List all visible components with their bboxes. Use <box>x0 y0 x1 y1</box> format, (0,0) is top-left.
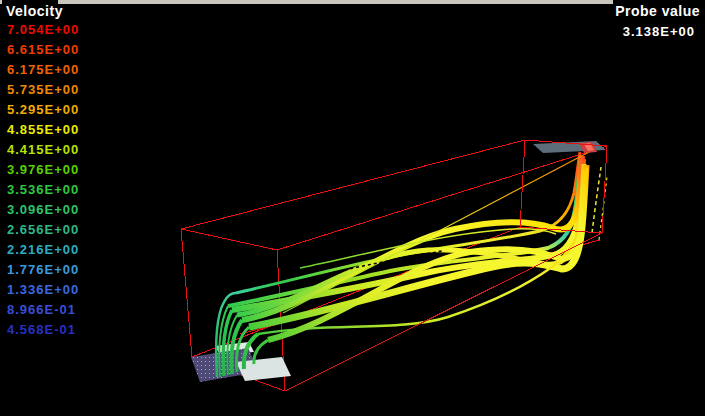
app-window: Velocity Probe value 3.138E+00 7.054E+00… <box>0 0 705 416</box>
streamlines <box>216 151 607 377</box>
streamline <box>283 151 591 313</box>
duct-edge <box>181 229 192 357</box>
streamline <box>592 167 601 233</box>
duct-edge <box>520 140 525 227</box>
viewport-3d[interactable] <box>0 0 705 416</box>
inlet-plane-group <box>191 342 291 382</box>
duct-edge <box>181 140 525 229</box>
duct-edge <box>181 229 277 250</box>
duct-edge <box>602 146 607 233</box>
